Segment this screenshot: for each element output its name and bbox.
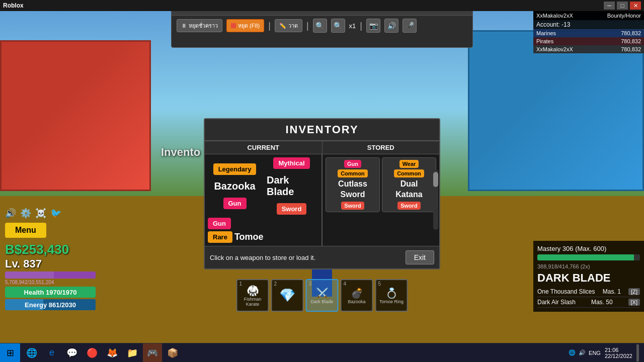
stats-panel: XxMakalov2xX Bounty/Honor Account: -13 M…	[533, 11, 644, 53]
scroll-indicator	[433, 169, 438, 230]
energy-bar: Energy 861/2030	[5, 299, 96, 310]
sound-icon[interactable]: 🔊	[5, 208, 16, 219]
hotbar-slot-4[interactable]: 4 💣 Bazooka	[341, 279, 373, 312]
hotbar-slot-5[interactable]: 5 💍 Tomoe Ring	[375, 279, 408, 312]
left-hud: 🔊 ⚙️ ☠️ 🐦 Menu B$253,430 Lv. 837 5,708,9…	[5, 208, 96, 312]
taskbar-ie-icon[interactable]: 🌐	[22, 343, 41, 363]
taskbar-tray: 🌐 🔊 ENG	[569, 349, 601, 356]
mastery-bar	[537, 254, 640, 260]
username-label: XxMakalov2xX	[536, 13, 573, 19]
divider2: |	[306, 21, 309, 31]
bazooka-type-badge: Gun	[223, 198, 247, 209]
marines-row: Marines 780,832	[533, 29, 644, 37]
exp-bar-fill	[5, 272, 54, 279]
skull-icon[interactable]: ☠️	[35, 208, 46, 219]
taskbar-line-icon[interactable]: 💬	[62, 343, 82, 363]
skill1-name: One Thousand Slices	[537, 288, 595, 295]
cutlass-rarity: Common	[338, 169, 368, 177]
inventory-window: INVENTORY CURRENT STORED Legendary Bazoo…	[204, 118, 440, 269]
katana-name: DualKatana	[384, 179, 434, 200]
weapon-name: DARK BLADE	[537, 272, 640, 285]
hotbar: 1 🥋 Fishman Karate 2 💎 3 ⚔️ Dark Blade 4…	[236, 279, 408, 312]
show-desktop[interactable]	[636, 344, 639, 361]
close-button[interactable]: ✕	[630, 2, 641, 10]
hotbar-slot-3[interactable]: 3 ⚔️ Dark Blade	[306, 279, 339, 312]
taskbar-edge-icon[interactable]: e	[42, 343, 61, 363]
hotbar-slot-1[interactable]: 1 🥋 Fishman Karate	[236, 279, 269, 312]
health-text: Health 1970/1970	[24, 289, 77, 296]
katana-rarity: Common	[394, 169, 424, 177]
twitter-icon[interactable]: 🐦	[50, 208, 61, 219]
hotbar-label-1: Fishman Karate	[237, 297, 268, 307]
stored-grid: Gun Common CutlassSword Sword Wear	[326, 157, 436, 212]
settings-icon[interactable]: ⚙️	[20, 208, 31, 219]
pencil-icon: ✏️	[279, 23, 286, 29]
account-row: Account: -13	[533, 20, 644, 29]
taskbar-app-icon[interactable]: 📦	[163, 343, 182, 363]
hotbar-label-4: Bazooka	[348, 299, 365, 304]
skill2-key[interactable]: [X]	[628, 299, 640, 306]
bazooka-name: Bazooka	[212, 176, 257, 196]
currency-display: B$253,430	[5, 242, 96, 257]
draw-button[interactable]: ✏️ วาด	[275, 19, 302, 32]
windows-taskbar: ⊞ 🌐 e 💬 🔴 🦊 📁 🎮 📦 🌐 🔊 ENG 21:06 22/12/20…	[0, 343, 644, 362]
exp-bar-container	[5, 272, 96, 279]
exit-button[interactable]: Exit	[406, 250, 434, 264]
taskbar-roblox-icon[interactable]: 🎮	[143, 343, 162, 363]
skill-row-1: One Thousand Slices Mas. 1 [Z]	[537, 287, 640, 297]
skill2-name: Dark Air Slash	[537, 299, 576, 306]
audio-button[interactable]: 🔊	[384, 19, 398, 33]
camera-button[interactable]: 📷	[366, 19, 380, 33]
zoom-out-button[interactable]: 🔍	[331, 19, 345, 33]
taskbar-clock: 21:06 22/12/2022	[605, 347, 632, 359]
mic-button[interactable]: 🎤	[403, 19, 417, 33]
pause-button[interactable]: ⏸ หยุดชั่วคราว	[177, 19, 222, 32]
current-bottom-row: Gun Rare Tomoe	[208, 218, 318, 243]
inventory-body: Legendary Bazooka Gun Mythical Dark Blad…	[205, 154, 439, 246]
bazooka-rarity-badge: Legendary	[213, 163, 257, 175]
current-item-bazooka[interactable]: Legendary Bazooka Gun Mythical Dark Blad…	[208, 157, 318, 215]
taskbar-firefox-icon[interactable]: 🦊	[103, 343, 122, 363]
hotbar-label-3: Dark Blade	[311, 299, 334, 304]
roblox-title: Roblox	[3, 2, 24, 9]
mastery-bar-fill	[537, 254, 634, 260]
inventory-columns: CURRENT STORED	[205, 141, 439, 154]
cutlass-type: Gun	[344, 160, 361, 168]
sound-icons: 🔊 ⚙️ ☠️ 🐦	[5, 208, 96, 219]
hotbar-label-5: Tomoe Ring	[379, 299, 404, 304]
skill-row-2: Dark Air Slash Mas. 50 [X]	[537, 297, 640, 308]
katana-sub: Sword	[397, 202, 421, 210]
hotbar-icon-1: 🥋	[247, 285, 259, 297]
inventory-hint: Click on a weapon to store or load it.	[210, 254, 315, 261]
hotbar-icon-4: 💣	[351, 287, 363, 299]
maximize-button[interactable]: □	[617, 2, 628, 10]
zoom-in-button[interactable]: 🔍	[313, 19, 327, 33]
darkblade-rarity-badge: Mythical	[273, 157, 309, 169]
divider1: |	[268, 21, 271, 31]
bounty-honor-label: Bounty/Honor	[607, 13, 641, 19]
health-bar: Health 1970/1970	[5, 287, 96, 298]
taskbar-folder-icon[interactable]: 📁	[123, 343, 142, 363]
stats-header: XxMakalov2xX Bounty/Honor	[533, 11, 644, 20]
stored-cutlass[interactable]: Gun Common CutlassSword Sword	[326, 157, 380, 212]
skill1-key[interactable]: [Z]	[628, 288, 640, 295]
stop-button[interactable]: หยุด (F8)	[226, 19, 264, 32]
mastery-sub: 388,918/414,766 (2x)	[537, 263, 640, 269]
gun-badge: Gun	[208, 218, 231, 229]
stored-dual-katana[interactable]: Wear Common DualKatana Sword	[382, 157, 436, 212]
energy-text: Energy 861/2030	[25, 301, 76, 309]
darkblade-type-badge: Sword	[277, 203, 307, 215]
building-right	[468, 30, 644, 191]
menu-button[interactable]: Menu	[5, 223, 46, 238]
taskbar-chrome-icon[interactable]: 🔴	[83, 343, 102, 363]
minimize-button[interactable]: ─	[604, 2, 615, 10]
start-button[interactable]: ⊞	[0, 343, 20, 363]
scroll-thumb[interactable]	[433, 172, 438, 187]
hotbar-slot-2[interactable]: 2 💎	[271, 279, 304, 312]
inventory-footer: Click on a weapon to store or load it. E…	[205, 246, 439, 268]
exp-text: 5,708,942/10,551,204	[5, 280, 96, 285]
cutlass-sub: Sword	[341, 202, 364, 210]
roblox-titlebar: Roblox ─ □ ✕	[0, 0, 644, 11]
skill1-mas: Mas. 1	[603, 288, 621, 295]
stop-icon	[231, 23, 236, 28]
